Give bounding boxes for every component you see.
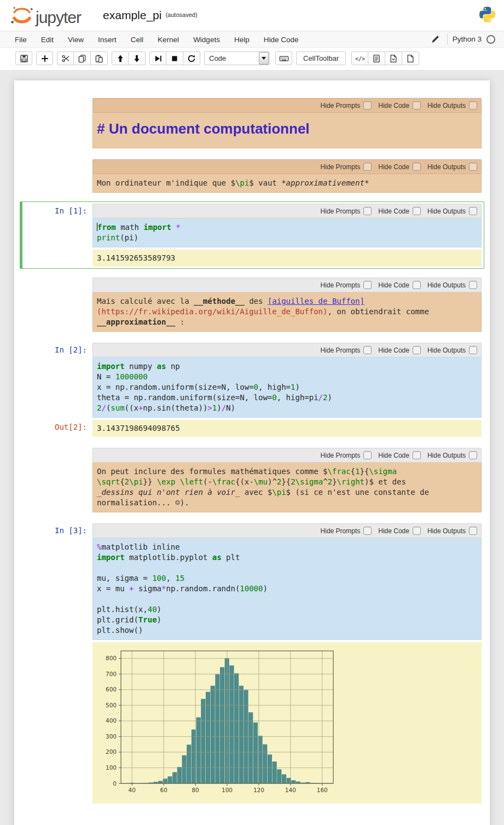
cell-type-select[interactable]: Code	[204, 51, 270, 65]
code-html-button[interactable]: </>	[351, 51, 368, 65]
hide-prompts-checkbox[interactable]	[363, 281, 372, 289]
save-button[interactable]	[15, 51, 32, 65]
menu-item-widgets[interactable]: Widgets	[186, 36, 227, 44]
stop-button[interactable]	[166, 51, 183, 65]
toolbar-group	[36, 51, 53, 65]
menu-item-file[interactable]: File	[8, 36, 34, 44]
jupyter-logo[interactable]: jupyter	[10, 5, 81, 26]
input-prompt: In [1]:	[22, 204, 92, 247]
hide-prompts-checkbox[interactable]	[363, 163, 372, 171]
input-prompt	[22, 448, 92, 512]
menu-item-edit[interactable]: Edit	[34, 36, 61, 44]
input-prompt	[22, 278, 92, 332]
svg-text:700: 700	[106, 671, 117, 677]
hide-prompts-checkbox[interactable]	[363, 101, 372, 109]
copy-icon	[78, 54, 86, 63]
svg-text:0: 0	[113, 780, 117, 787]
code-editor[interactable]: %matplotlib inlineimport matplotlib.pypl…	[92, 538, 482, 640]
svg-text:300: 300	[106, 733, 117, 740]
hide-code-checkbox[interactable]	[413, 281, 421, 289]
hide-outputs-checkbox[interactable]	[469, 101, 477, 109]
cell-toolbar-label: Hide Prompts	[321, 163, 361, 171]
copy-button[interactable]	[74, 51, 91, 65]
markdown-source[interactable]: Mais calculé avec la __méthode__ des [ai…	[92, 292, 482, 332]
source-line: N = 1000000	[97, 372, 477, 382]
source-line: # Un document computationnel	[97, 117, 477, 144]
markdown-cell[interactable]: Hide PromptsHide CodeHide OutputsMais ca…	[20, 275, 484, 334]
move-down-button[interactable]	[129, 51, 146, 65]
celltoolbar-button[interactable]: CellToolbar	[296, 51, 346, 65]
add-cell-button[interactable]	[36, 51, 53, 65]
select-caret-button[interactable]	[259, 52, 269, 65]
hide-code-checkbox[interactable]	[413, 207, 421, 215]
restart-kernel-button[interactable]	[183, 51, 200, 65]
cell-toolbar-label: Hide Prompts	[321, 527, 361, 535]
markdown-cell[interactable]: Hide PromptsHide CodeHide OutputsOn peut…	[20, 446, 484, 515]
hide-code-checkbox[interactable]	[413, 163, 421, 171]
code-cell[interactable]: In [3]:Hide PromptsHide CodeHide Outputs…	[20, 521, 484, 806]
hide-prompts-checkbox[interactable]	[363, 346, 372, 354]
notebook-title[interactable]: example_pi	[103, 9, 161, 22]
menu-item-cell[interactable]: Cell	[124, 36, 150, 44]
hide-outputs-checkbox[interactable]	[469, 451, 477, 459]
markdown-cell[interactable]: Hide PromptsHide CodeHide OutputsMon ord…	[20, 157, 484, 195]
kernel-divider	[447, 34, 448, 44]
file-blank-button[interactable]	[402, 51, 419, 65]
menu-right: Python 3	[431, 34, 495, 44]
toolbar-group	[275, 51, 292, 65]
toolbar-button-groups	[15, 51, 204, 65]
cut-button[interactable]	[57, 51, 74, 65]
markdown-cell[interactable]: Hide PromptsHide CodeHide Outputs# Un do…	[20, 96, 484, 151]
notebook-container: Hide PromptsHide CodeHide Outputs# Un do…	[14, 80, 490, 825]
kernel-name[interactable]: Python 3	[453, 35, 482, 43]
source-line	[97, 563, 477, 573]
cell-toolbar-label: Hide Outputs	[427, 102, 466, 109]
hide-code-checkbox[interactable]	[413, 451, 421, 459]
menu-item-insert[interactable]: Insert	[91, 36, 124, 44]
cell-inner: Hide PromptsHide CodeHide OutputsMon ord…	[92, 159, 482, 193]
hide-outputs-checkbox[interactable]	[469, 346, 477, 354]
hide-outputs-checkbox[interactable]	[469, 281, 477, 289]
keyboard-group	[275, 51, 296, 65]
markdown-source[interactable]: # Un document computationnel	[92, 113, 482, 148]
paste-button[interactable]	[91, 51, 108, 65]
source-line	[97, 594, 477, 604]
markdown-source[interactable]: Mon ordinateur m'indique que $\pi$ vaut …	[92, 174, 482, 193]
code-editor[interactable]: import numpy as npN = 1000000x = np.rand…	[92, 357, 482, 418]
source-line: theta = np.random.uniform(size=N, low=0,…	[97, 393, 477, 403]
code-editor[interactable]: from math import *print(pi)	[92, 218, 482, 247]
file-pdf-button[interactable]	[385, 51, 402, 65]
hide-prompts-checkbox[interactable]	[363, 527, 372, 535]
hide-code-checkbox[interactable]	[413, 346, 421, 354]
move-up-icon	[116, 54, 125, 63]
hide-outputs-checkbox[interactable]	[469, 527, 477, 535]
input-prompt: In [3]:	[22, 523, 92, 640]
keyboard-button[interactable]	[275, 51, 292, 65]
hide-code-checkbox[interactable]	[413, 101, 421, 109]
source-line: Mon ordinateur m'indique que $\pi$ vaut …	[97, 178, 477, 188]
plot-output: 4060801001201401600100200300400500600700…	[92, 642, 482, 804]
svg-text:60: 60	[160, 787, 167, 793]
code-cell[interactable]: In [1]:Hide PromptsHide CodeHide Outputs…	[20, 201, 484, 269]
markdown-source[interactable]: On peut inclure des formules mathématiqu…	[92, 463, 482, 512]
file-blank-icon	[406, 54, 415, 63]
svg-text:800: 800	[106, 655, 117, 661]
paste-icon	[95, 54, 103, 63]
hide-prompts-checkbox[interactable]	[363, 207, 372, 215]
menu-item-hide-code[interactable]: Hide Code	[257, 36, 306, 44]
hide-code-checkbox[interactable]	[413, 527, 421, 535]
code-cell[interactable]: In [2]:Hide PromptsHide CodeHide Outputs…	[20, 341, 484, 439]
svg-text:200: 200	[106, 748, 117, 755]
text-output: 3.141592653589793	[92, 250, 482, 267]
file-text-button[interactable]	[368, 51, 385, 65]
hide-outputs-checkbox[interactable]	[469, 207, 477, 215]
move-up-button[interactable]	[112, 51, 129, 65]
hide-outputs-checkbox[interactable]	[469, 163, 477, 171]
hide-prompts-checkbox[interactable]	[363, 451, 372, 459]
toolbar-group	[57, 51, 108, 65]
add-cell-icon	[40, 54, 49, 63]
menu-item-help[interactable]: Help	[227, 36, 257, 44]
menu-item-view[interactable]: View	[61, 36, 91, 44]
run-step-button[interactable]	[149, 51, 166, 65]
menu-item-kernel[interactable]: Kernel	[150, 36, 186, 44]
